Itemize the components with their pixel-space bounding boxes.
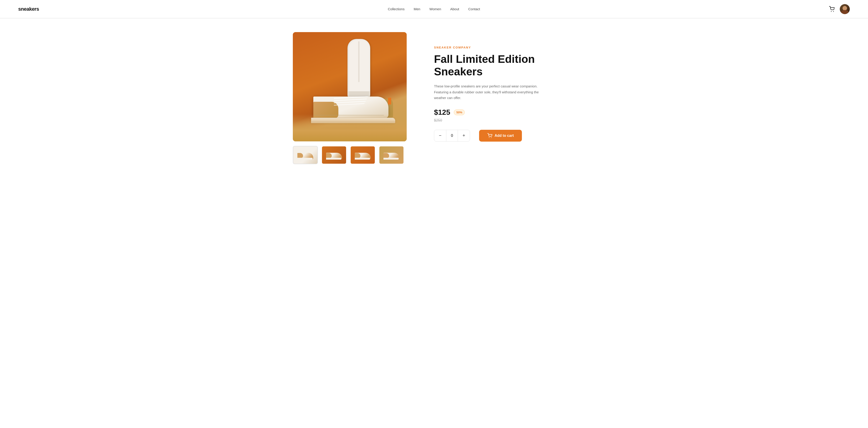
thumbnail-3[interactable] xyxy=(350,146,375,164)
add-to-cart-label: Add to cart xyxy=(495,134,514,138)
svg-point-0 xyxy=(831,11,832,12)
quantity-decrease-button[interactable]: − xyxy=(434,130,446,142)
thumbnail-2[interactable] xyxy=(321,146,347,164)
logo[interactable]: sneakers xyxy=(18,6,39,12)
header-right xyxy=(829,4,850,14)
original-price: $250 xyxy=(434,118,575,122)
header: sneakers Collections Men Women About Con… xyxy=(0,0,868,18)
nav-women[interactable]: Women xyxy=(429,7,441,11)
product-description: These low-profile sneakers are your perf… xyxy=(434,83,546,101)
main-content: SNEAKER COMPANY Fall Limited Edition Sne… xyxy=(275,19,593,178)
nav-collections[interactable]: Collections xyxy=(388,7,404,11)
add-to-cart-button[interactable]: Add to cart xyxy=(479,130,522,142)
nav-about[interactable]: About xyxy=(450,7,459,11)
current-price: $125 xyxy=(434,108,450,117)
cart-icon[interactable] xyxy=(829,6,835,12)
svg-point-2 xyxy=(489,137,490,138)
price-row: $125 50% xyxy=(434,108,575,117)
quantity-value: 0 xyxy=(446,130,458,142)
thumbnail-list xyxy=(293,146,407,164)
quantity-increase-button[interactable]: + xyxy=(458,130,470,142)
cart-button-icon xyxy=(487,133,492,138)
main-nav: Collections Men Women About Contact xyxy=(388,7,480,11)
product-images xyxy=(293,32,407,164)
svg-point-3 xyxy=(491,137,492,138)
brand-label: SNEAKER COMPANY xyxy=(434,46,575,49)
discount-badge: 50% xyxy=(454,110,465,115)
svg-point-1 xyxy=(833,11,834,12)
product-title: Fall Limited Edition Sneakers xyxy=(434,53,575,78)
nav-men[interactable]: Men xyxy=(414,7,420,11)
thumbnail-1[interactable] xyxy=(293,146,318,164)
nav-contact[interactable]: Contact xyxy=(468,7,480,11)
quantity-control: − 0 + xyxy=(434,130,470,142)
thumbnail-4[interactable] xyxy=(379,146,404,164)
avatar[interactable] xyxy=(840,4,850,14)
purchase-row: − 0 + Add to cart xyxy=(434,130,575,142)
product-info: SNEAKER COMPANY Fall Limited Edition Sne… xyxy=(425,32,575,164)
main-product-image[interactable] xyxy=(293,32,407,142)
